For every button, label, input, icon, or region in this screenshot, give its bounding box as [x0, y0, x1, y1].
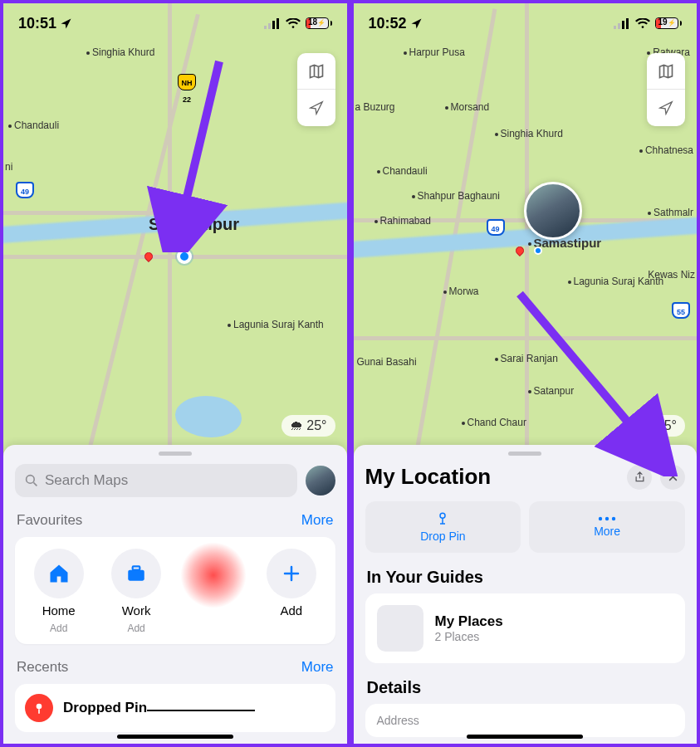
right-screenshot: Harpur Pusa Ratwara a Buzurg Morsand Sin… — [350, 0, 701, 747]
search-icon — [25, 474, 38, 487]
status-time: 10:52 — [369, 15, 407, 32]
location-arrow-icon — [60, 17, 72, 30]
red-pin-icon — [143, 251, 154, 262]
place-label: Lagunia Suraj Kanth — [233, 319, 324, 330]
svg-point-18 — [612, 517, 615, 520]
current-location-dot[interactable] — [534, 247, 542, 255]
pin-icon — [25, 694, 53, 722]
svg-rect-11 — [618, 23, 620, 29]
guide-title: My Places — [435, 613, 503, 630]
favourite-home[interactable]: Home Add — [26, 549, 92, 634]
redacted-blur — [180, 542, 247, 608]
svg-rect-13 — [626, 18, 629, 29]
svg-rect-2 — [272, 21, 275, 29]
location-arrow-icon — [309, 100, 324, 115]
recents-heading: Recents — [17, 659, 68, 676]
svg-line-14 — [520, 294, 653, 452]
locate-me-button[interactable] — [647, 90, 685, 126]
svg-rect-3 — [277, 18, 279, 29]
recents-more-link[interactable]: More — [301, 659, 334, 676]
svg-point-17 — [605, 517, 609, 520]
recent-item[interactable]: Dropped Pin — [15, 684, 335, 732]
guide-subtitle: 2 Places — [435, 630, 503, 643]
plus-icon — [281, 564, 301, 583]
battery-indicator: 19⚡ — [655, 17, 682, 29]
svg-line-4 — [178, 61, 219, 236]
highway-badge: 49 — [487, 219, 505, 236]
map-mode-button[interactable] — [297, 53, 335, 90]
svg-point-9 — [37, 704, 42, 710]
ellipsis-icon — [598, 516, 616, 521]
home-icon — [47, 562, 71, 585]
svg-point-15 — [440, 513, 445, 518]
map-controls — [647, 53, 685, 126]
cellular-icon — [614, 18, 630, 29]
map-icon — [658, 63, 674, 80]
svg-rect-12 — [622, 21, 624, 29]
annotation-arrow — [503, 286, 686, 476]
details-card: Address — [365, 704, 686, 737]
favourite-work[interactable]: Work Add — [103, 549, 169, 634]
weather-temp: 25° — [306, 418, 326, 433]
location-arrow-icon — [410, 17, 423, 30]
locate-me-button[interactable] — [297, 90, 335, 126]
favourite-redacted[interactable] — [180, 549, 247, 634]
home-indicator[interactable] — [117, 735, 233, 739]
highway-badge: 49 — [16, 182, 34, 198]
place-label: ni — [5, 161, 12, 173]
home-indicator[interactable] — [467, 735, 583, 739]
cloud-icon: 🌧 — [290, 418, 303, 433]
favourites-more-link[interactable]: More — [301, 512, 334, 529]
briefcase-icon — [125, 563, 147, 584]
map-controls — [297, 53, 335, 126]
wifi-icon — [286, 18, 301, 29]
svg-rect-8 — [133, 566, 140, 569]
location-arrow-icon — [658, 100, 673, 115]
wifi-icon — [635, 18, 650, 29]
pin-icon — [435, 511, 450, 526]
annotation-arrow — [136, 53, 244, 252]
favourites-heading: Favourites — [17, 512, 82, 529]
in-guides-heading: In Your Guides — [367, 568, 684, 587]
redacted-line — [147, 706, 255, 711]
favourite-add[interactable]: Add — [258, 549, 325, 634]
svg-rect-10 — [614, 26, 616, 29]
user-location-avatar[interactable] — [524, 182, 582, 240]
status-bar: 10:51 18⚡ — [3, 3, 347, 43]
svg-point-16 — [599, 517, 602, 520]
svg-rect-0 — [264, 26, 267, 29]
battery-indicator: 18⚡ — [306, 17, 332, 29]
status-time: 10:51 — [18, 15, 56, 32]
sheet-title: My Location — [365, 464, 492, 490]
bottom-sheet[interactable]: My Location Drop Pin More In Your Guides — [354, 445, 698, 744]
guide-thumbnail — [377, 605, 423, 652]
svg-line-6 — [33, 482, 37, 486]
left-screenshot: Singhia Khurd Chandauli ni Lagunia Suraj… — [0, 0, 350, 747]
weather-pill[interactable]: 🌧 25° — [281, 415, 335, 437]
search-input[interactable]: Search Maps — [15, 464, 297, 497]
status-bar: 10:52 19⚡ — [354, 3, 698, 43]
svg-rect-1 — [268, 23, 271, 29]
favourites-card: Home Add Work Add Add — [15, 537, 335, 644]
sheet-grabber[interactable] — [159, 452, 192, 456]
details-heading: Details — [367, 678, 684, 697]
place-label: Chandauli — [14, 120, 59, 131]
profile-avatar[interactable] — [306, 466, 335, 496]
more-button[interactable]: More — [529, 501, 685, 553]
cellular-icon — [264, 18, 281, 29]
address-label: Address — [377, 714, 419, 727]
search-placeholder: Search Maps — [45, 472, 128, 489]
map-mode-button[interactable] — [647, 53, 685, 90]
bottom-sheet[interactable]: Search Maps Favourites More Home Add Wor… — [3, 445, 347, 744]
map-icon — [308, 63, 325, 80]
svg-rect-7 — [128, 570, 144, 581]
guide-item[interactable]: My Places 2 Places — [365, 593, 686, 663]
drop-pin-button[interactable]: Drop Pin — [365, 501, 521, 553]
svg-point-5 — [27, 476, 35, 484]
